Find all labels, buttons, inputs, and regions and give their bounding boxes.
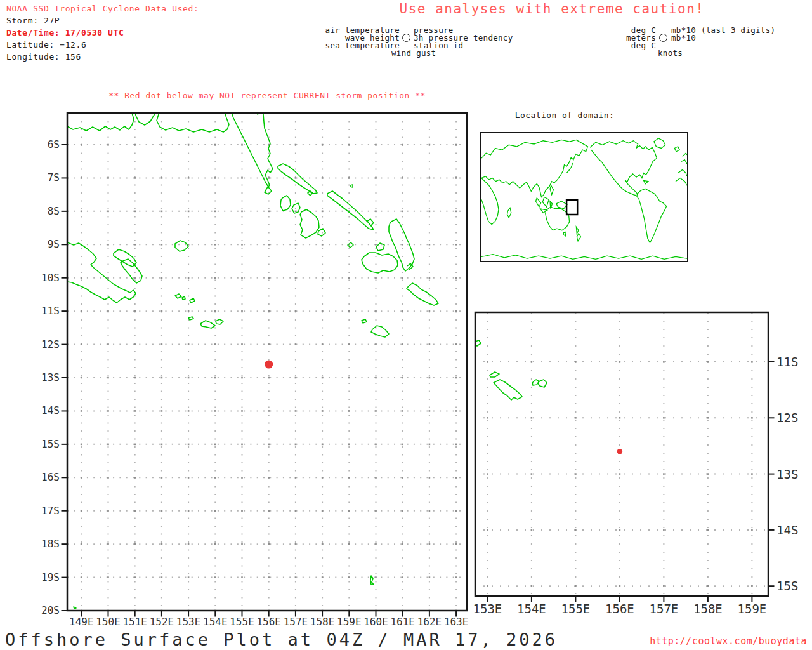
- main-map-x-tick-label: 154E: [200, 616, 230, 628]
- units-circle-icon: [659, 34, 667, 42]
- main-map-x-tick-label: 150E: [93, 616, 124, 628]
- main-map-y-tick-label: 6S: [33, 138, 60, 150]
- main-map-x-tick-label: 161E: [388, 616, 418, 628]
- main-map-y-tick-label: 13S: [33, 371, 60, 383]
- main-map-y-tick-label: 8S: [33, 205, 60, 217]
- zoom-map-grid: [475, 312, 768, 596]
- domain-map-title: Location of domain:: [482, 110, 647, 120]
- zoom-map-y-tick-label: 13S: [776, 467, 808, 481]
- main-map-x-tick-label: 151E: [120, 616, 150, 628]
- zoom-map-x-tick-label: 157E: [645, 602, 683, 616]
- zoom-map-x-tick-label: 159E: [733, 602, 771, 616]
- zoom-map-y-tick-label: 14S: [776, 523, 808, 537]
- zoom-storm-position-dot: [617, 449, 622, 454]
- main-map-x-tick-label: 152E: [147, 616, 177, 628]
- main-map-x-tick-label: 149E: [66, 616, 96, 628]
- plot-title: Offshore Surface Plot at 04Z / MAR 17, 2…: [5, 630, 558, 649]
- noaa-data-line: NOAA SSD Tropical Cyclone Data Used:: [6, 4, 199, 13]
- storm-id-line: Storm: 27P: [6, 16, 60, 25]
- main-map-x-tick-label: 153E: [173, 616, 204, 628]
- datetime-line: Date/Time: 17/0530 UTC: [6, 28, 124, 37]
- zoom-map-x-tick-label: 154E: [513, 602, 551, 616]
- main-map-y-tick-label: 18S: [33, 538, 60, 550]
- zoom-map: [469, 306, 787, 617]
- main-map-x-tick-label: 157E: [280, 616, 311, 628]
- storm-position-dot: [265, 361, 273, 369]
- zoom-map-y-tick-label: 12S: [776, 411, 808, 425]
- world-map-frame: [480, 132, 688, 262]
- main-map-y-tick-label: 11S: [33, 305, 60, 317]
- zoom-map-y-tick-label: 15S: [776, 579, 808, 593]
- domain-location-box: [566, 200, 577, 215]
- legend-sea-temperature: sea temperature: [285, 42, 400, 50]
- caution-heading: Use analyses with extreme caution!: [381, 1, 723, 17]
- main-map: [55, 107, 486, 640]
- main-map-y-tick-label: 14S: [33, 404, 60, 416]
- station-circle-icon: [402, 34, 410, 42]
- zoom-map-x-tick-label: 158E: [689, 602, 727, 616]
- zoom-map-y-tick-label: 11S: [776, 355, 808, 369]
- main-map-y-tick-label: 7S: [33, 171, 60, 183]
- main-map-x-tick-label: 162E: [414, 616, 445, 628]
- legend-station-id: station id: [414, 42, 579, 50]
- buoydata-url-link[interactable]: http://coolwx.com/buoydata: [650, 635, 807, 647]
- world-map: [481, 133, 687, 261]
- main-map-y-tick-label: 16S: [33, 471, 60, 483]
- unit-mb10: mb*10: [671, 34, 811, 42]
- main-map-x-tick-label: 159E: [334, 616, 364, 628]
- main-map-y-tick-label: 19S: [33, 571, 60, 583]
- main-map-x-tick-label: 163E: [441, 616, 471, 628]
- main-map-x-tick-label: 155E: [227, 616, 258, 628]
- world-coastlines: [481, 138, 687, 260]
- zoom-map-coastlines: [475, 340, 547, 400]
- main-map-x-tick-label: 160E: [361, 616, 391, 628]
- zoom-map-x-tick-label: 153E: [468, 602, 506, 616]
- main-map-y-tick-label: 9S: [33, 238, 60, 250]
- offshore-surface-plot-page: NOAA SSD Tropical Cyclone Data Used: Sto…: [0, 0, 812, 650]
- main-map-y-tick-label: 12S: [33, 338, 60, 350]
- main-map-coastlines: [67, 107, 438, 609]
- main-map-y-tick-label: 17S: [33, 505, 60, 517]
- unit-knots: knots: [658, 50, 683, 57]
- longitude-line: Longitude: 156: [6, 52, 81, 62]
- latitude-line: Latitude: −12.6: [6, 40, 86, 50]
- unit-deg-c-2: deg C: [596, 42, 656, 50]
- zoom-map-x-tick-label: 156E: [601, 602, 639, 616]
- main-map-y-tick-label: 10S: [33, 272, 60, 284]
- main-map-y-tick-label: 20S: [33, 604, 60, 616]
- main-map-x-tick-label: 156E: [254, 616, 284, 628]
- legend-wind-gust: wind gust: [391, 50, 436, 57]
- main-map-y-tick-label: 15S: [33, 438, 60, 450]
- main-map-x-tick-label: 158E: [307, 616, 337, 628]
- storm-position-warning: ** Red dot below may NOT represent CURRE…: [67, 91, 467, 100]
- zoom-map-x-tick-label: 155E: [556, 602, 594, 616]
